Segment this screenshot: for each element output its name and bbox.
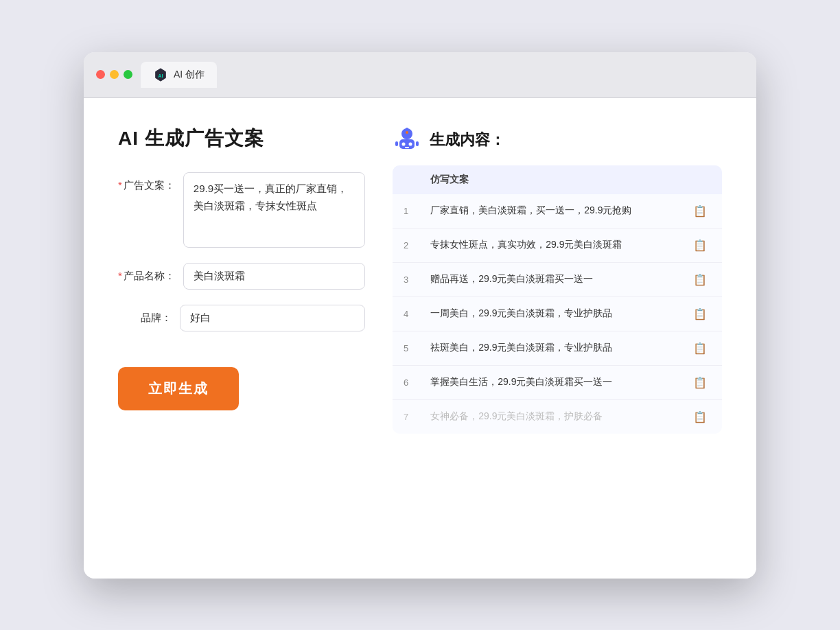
svg-rect-10 (395, 141, 398, 146)
copy-button[interactable]: 📋 (689, 409, 711, 425)
close-button[interactable] (96, 70, 105, 79)
traffic-lights (96, 70, 132, 79)
copy-cell: 📋 (678, 296, 722, 331)
page-title: AI 生成广告文案 (118, 126, 365, 152)
svg-rect-11 (416, 141, 419, 146)
col-num-header (393, 165, 419, 194)
product-name-input[interactable] (183, 263, 365, 290)
table-row: 2专抹女性斑点，真实功效，29.9元美白淡斑霜📋 (393, 228, 722, 262)
row-number: 2 (393, 228, 419, 262)
row-text: 赠品再送，29.9元美白淡斑霜买一送一 (419, 262, 678, 296)
copy-button[interactable]: 📋 (689, 203, 711, 219)
ai-tab-icon: AI (153, 67, 168, 82)
row-text: 掌握美白生活，29.9元美白淡斑霜买一送一 (419, 365, 678, 399)
row-number: 5 (393, 331, 419, 365)
copy-cell: 📋 (678, 331, 722, 365)
titlebar: AI AI 创作 (84, 52, 756, 98)
row-number: 4 (393, 296, 419, 331)
tab-ai-creation[interactable]: AI AI 创作 (141, 62, 217, 88)
required-star-product: * (118, 270, 122, 281)
maximize-button[interactable] (124, 70, 132, 79)
row-text: 厂家直销，美白淡斑霜，买一送一，29.9元抢购 (419, 194, 678, 229)
svg-rect-6 (405, 147, 409, 148)
result-table: 仿写文案 1厂家直销，美白淡斑霜，买一送一，29.9元抢购📋2专抹女性斑点，真实… (393, 165, 722, 434)
table-row: 6掌握美白生活，29.9元美白淡斑霜买一送一📋 (393, 365, 722, 399)
robot-icon (393, 126, 421, 154)
label-ad-text: *广告文案： (118, 172, 183, 192)
row-text: 女神必备，29.9元美白淡斑霜，护肤必备 (419, 399, 678, 434)
ad-text-input[interactable]: 29.9买一送一，真正的厂家直销，美白淡斑霜，专抹女性斑点 (183, 172, 365, 248)
tab-label: AI 创作 (174, 69, 205, 81)
generate-button[interactable]: 立即生成 (118, 367, 239, 410)
copy-button[interactable]: 📋 (689, 375, 711, 390)
browser-content: AI 生成广告文案 *广告文案： 29.9买一送一，真正的厂家直销，美白淡斑霜，… (84, 98, 756, 579)
browser-window: AI AI 创作 AI 生成广告文案 *广告文案： 29.9买一送一，真正的厂家… (84, 52, 756, 579)
row-number: 6 (393, 365, 419, 399)
label-brand: 品牌： (118, 305, 180, 325)
row-number: 7 (393, 399, 419, 434)
table-row: 5祛斑美白，29.9元美白淡斑霜，专业护肤品📋 (393, 331, 722, 365)
svg-point-9 (406, 131, 408, 134)
right-panel: 生成内容： 仿写文案 1厂家直销，美白淡斑霜，买一送一，29.9元抢购📋2专抹女… (393, 126, 722, 434)
copy-button[interactable]: 📋 (689, 340, 711, 356)
col-copy-header (678, 165, 722, 194)
label-product-name: *产品名称： (118, 263, 183, 283)
row-number: 1 (393, 194, 419, 229)
row-number: 3 (393, 262, 419, 296)
table-header-row: 仿写文案 (393, 165, 722, 194)
main-layout: AI 生成广告文案 *广告文案： 29.9买一送一，真正的厂家直销，美白淡斑霜，… (118, 126, 722, 434)
row-text: 一周美白，29.9元美白淡斑霜，专业护肤品 (419, 296, 678, 331)
svg-point-5 (409, 142, 412, 145)
copy-cell: 📋 (678, 365, 722, 399)
copy-button[interactable]: 📋 (689, 272, 711, 288)
brand-input[interactable] (180, 305, 365, 331)
table-row: 1厂家直销，美白淡斑霜，买一送一，29.9元抢购📋 (393, 194, 722, 229)
result-header: 生成内容： (393, 126, 722, 154)
copy-cell: 📋 (678, 399, 722, 434)
copy-button[interactable]: 📋 (689, 306, 711, 322)
copy-cell: 📋 (678, 194, 722, 229)
minimize-button[interactable] (110, 70, 119, 79)
svg-point-7 (406, 128, 408, 130)
svg-text:AI: AI (158, 72, 163, 78)
form-group-product-name: *产品名称： (118, 263, 365, 290)
table-row: 3赠品再送，29.9元美白淡斑霜买一送一📋 (393, 262, 722, 296)
form-group-brand: 品牌： (118, 305, 365, 331)
table-row: 7女神必备，29.9元美白淡斑霜，护肤必备📋 (393, 399, 722, 434)
form-group-ad-text: *广告文案： 29.9买一送一，真正的厂家直销，美白淡斑霜，专抹女性斑点 (118, 172, 365, 248)
row-text: 专抹女性斑点，真实功效，29.9元美白淡斑霜 (419, 228, 678, 262)
row-text: 祛斑美白，29.9元美白淡斑霜，专业护肤品 (419, 331, 678, 365)
left-panel: AI 生成广告文案 *广告文案： 29.9买一送一，真正的厂家直销，美白淡斑霜，… (118, 126, 365, 434)
result-title: 生成内容： (430, 130, 505, 150)
col-text-header: 仿写文案 (419, 165, 678, 194)
copy-button[interactable]: 📋 (689, 237, 711, 253)
required-star-ad: * (118, 179, 122, 191)
copy-cell: 📋 (678, 228, 722, 262)
svg-point-4 (402, 142, 406, 145)
copy-cell: 📋 (678, 262, 722, 296)
table-row: 4一周美白，29.9元美白淡斑霜，专业护肤品📋 (393, 296, 722, 331)
